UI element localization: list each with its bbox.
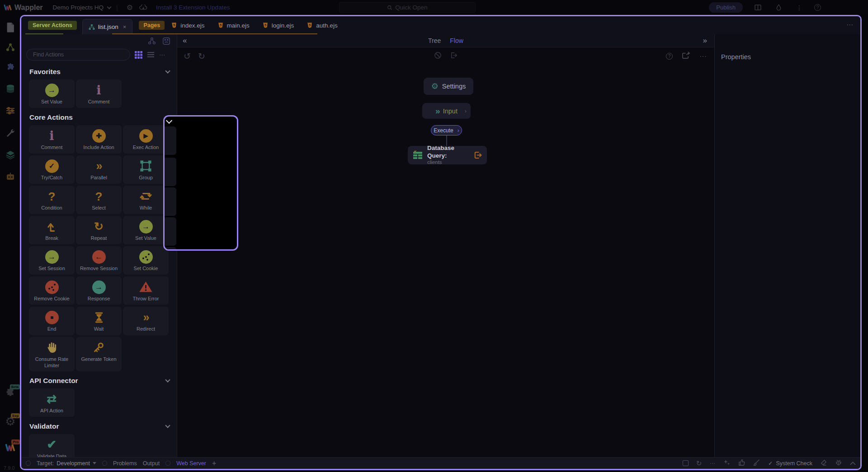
files-icon[interactable] — [5, 22, 16, 33]
action-tile-throw-error[interactable]: Throw Error — [123, 276, 169, 305]
action-tile-parallel[interactable]: »Parallel — [76, 155, 122, 184]
server-actions-group-chip[interactable]: Server Actions — [28, 21, 77, 30]
action-tile-validate-data[interactable]: ✔Validate Data — [29, 434, 75, 457]
tab-close-icon[interactable]: × — [123, 23, 127, 30]
collapse-statusbar-icon[interactable] — [850, 460, 856, 467]
bug-icon[interactable] — [835, 459, 842, 467]
tab-main-ejs[interactable]: 5main.ejs — [211, 16, 256, 34]
run-step-icon[interactable] — [450, 51, 458, 61]
flows-icon[interactable] — [5, 42, 16, 53]
tab-login-ejs[interactable]: 5login.ejs — [256, 16, 301, 34]
list-view-icon[interactable] — [147, 51, 155, 58]
action-tile-exec-action[interactable]: ▶Exec Action — [123, 125, 169, 154]
brush-icon[interactable] — [753, 459, 760, 467]
assistant-icon[interactable] — [5, 171, 16, 182]
tab-list-json[interactable]: list.json × — [82, 19, 133, 34]
action-tile-set-cookie[interactable]: Set Cookie — [123, 246, 169, 275]
split-view-icon[interactable] — [755, 5, 761, 10]
share-icon[interactable] — [682, 51, 690, 61]
output-button[interactable]: Output — [143, 460, 160, 467]
pages-group-chip[interactable]: Pages — [139, 21, 165, 30]
refresh-icon[interactable]: ↻ — [696, 459, 702, 467]
action-tile-select[interactable]: ?Select — [76, 186, 122, 214]
action-tile-repeat[interactable]: ↻Repeat — [76, 216, 122, 244]
disable-step-icon[interactable] — [434, 51, 442, 61]
action-tile-condition[interactable]: ?Condition — [29, 186, 75, 214]
project-selector[interactable]: Demo Projects HQ — [53, 4, 111, 11]
undo-icon[interactable]: ↺ — [184, 51, 191, 61]
tab-tree[interactable]: Tree — [428, 37, 441, 44]
workflows-icon[interactable] — [148, 37, 156, 47]
action-tile-wait[interactable]: Wait — [76, 307, 122, 335]
extensions-download-icon[interactable] — [139, 5, 147, 11]
extensions-icon[interactable] — [5, 62, 16, 74]
add-panel-icon[interactable]: + — [212, 459, 216, 467]
action-tile-comment[interactable]: iComment — [29, 125, 75, 154]
system-check-button[interactable]: ✓ System Check — [768, 460, 812, 467]
tab-index-ejs[interactable]: 5index.ejs — [165, 16, 211, 34]
action-tile-comment[interactable]: iComment — [76, 79, 122, 108]
tools-icon[interactable] — [5, 127, 16, 139]
experimental-settings-icon[interactable]: ⚙Exp — [5, 416, 16, 427]
problems-button[interactable]: Problems — [113, 460, 137, 467]
publish-button[interactable]: Publish — [709, 2, 743, 13]
action-tile-end[interactable]: ■End — [29, 307, 75, 335]
action-tile-set-value[interactable]: →Set Value — [29, 79, 75, 108]
selection-box[interactable] — [163, 115, 238, 251]
theme-drop-icon[interactable] — [776, 4, 781, 11]
extension-updates-link[interactable]: Install 3 Extension Updates — [156, 4, 230, 11]
action-tile-response[interactable]: →Response — [76, 276, 122, 305]
node-input[interactable]: » Input › — [422, 103, 471, 119]
sparkles-icon[interactable] — [723, 459, 731, 467]
find-actions-input[interactable] — [26, 49, 130, 61]
eraser-icon[interactable] — [820, 459, 827, 467]
collapse-left-icon[interactable]: « — [177, 36, 192, 45]
tabbar-more-icon[interactable]: ⋯ — [846, 21, 854, 29]
tab-auth-ejs[interactable]: 5auth.ejs — [300, 16, 344, 34]
grid-view-icon[interactable] — [135, 51, 142, 59]
section-header-validator[interactable]: Validator — [21, 417, 177, 434]
beta-extensions-icon[interactable]: Beta — [5, 387, 16, 398]
web-server-button[interactable]: Web Server — [176, 460, 206, 467]
section-header-favorites[interactable]: Favorites — [21, 62, 177, 79]
action-tile-while[interactable]: While — [123, 186, 169, 214]
section-header-api-connector[interactable]: API Connector — [21, 371, 177, 388]
help-icon[interactable]: ? — [814, 4, 821, 11]
layers-icon[interactable] — [5, 149, 16, 161]
canvas-more-icon[interactable]: ⋯ — [699, 52, 707, 61]
action-tile-set-value[interactable]: →Set Value — [123, 216, 169, 244]
action-tile-set-session[interactable]: →Set Session — [29, 246, 75, 275]
action-tile-try-catch[interactable]: ✓Try/Catch — [29, 155, 75, 184]
tab-label: list.json — [98, 23, 118, 30]
feedback-like-icon[interactable] — [738, 459, 745, 467]
action-tile-remove-cookie[interactable]: Remove Cookie — [29, 276, 75, 305]
action-tile-redirect[interactable]: »Redirect — [123, 307, 169, 335]
redo-icon[interactable]: ↻ — [198, 51, 205, 61]
styles-icon[interactable] — [5, 105, 16, 117]
more-vertical-icon[interactable]: ⋮ — [796, 4, 802, 11]
action-tile-break[interactable]: Break — [29, 216, 75, 244]
action-tile-generate-token[interactable]: Generate Token — [76, 337, 122, 371]
flow-canvas[interactable]: « Tree Flow » ↺ ↻ — [177, 34, 714, 457]
action-tile-consume-rate-limiter[interactable]: Consume Rate Limiter — [29, 337, 75, 371]
status-more-icon[interactable]: ⋯ — [709, 460, 716, 467]
pro-logo-icon[interactable]: Pro — [5, 442, 16, 453]
collapse-right-icon[interactable]: » — [698, 36, 712, 45]
target-selector[interactable]: Target: Development — [37, 460, 96, 467]
node-database-query[interactable]: Database Query: clients — [408, 146, 487, 164]
action-tile-remove-session[interactable]: ←Remove Session — [76, 246, 122, 275]
node-settings[interactable]: ⚙ Settings — [424, 78, 473, 95]
canvas-help-icon[interactable]: ? — [666, 53, 673, 60]
tab-flow[interactable]: Flow — [450, 37, 463, 44]
node-execute[interactable]: Execute › — [431, 125, 462, 136]
action-tile-api-action[interactable]: ⇄API Action — [29, 388, 75, 417]
database-icon[interactable] — [5, 83, 16, 95]
settings-gear-icon[interactable]: ⚙ — [127, 3, 133, 12]
panel-more-icon[interactable]: ⋯ — [159, 51, 166, 58]
action-tile-group[interactable]: Group — [123, 155, 169, 184]
action-tile-include-action[interactable]: ✚Include Action — [76, 125, 122, 154]
quick-open-button[interactable]: Quick Open — [339, 2, 476, 13]
section-header-core-actions[interactable]: Core Actions — [21, 108, 177, 125]
steps-library-icon[interactable] — [162, 37, 170, 47]
layout-toggle-icon[interactable] — [683, 460, 689, 466]
